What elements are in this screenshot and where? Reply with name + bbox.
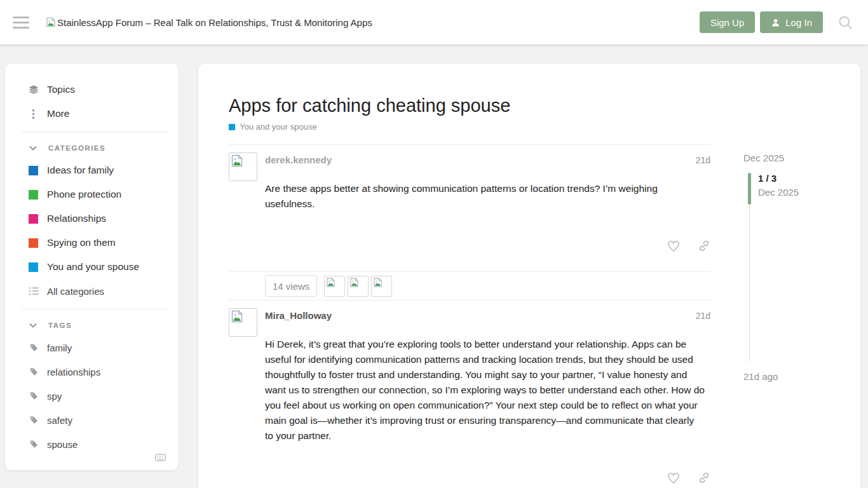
link-icon [698,471,710,484]
sidebar-item-topics[interactable]: Topics [5,78,179,102]
tag-label: spy [47,391,62,402]
sidebar-category-spying-on-them[interactable]: Spying on them [5,231,179,255]
sidebar-category-relationships[interactable]: Relationships [5,207,179,231]
tag-label: relationships [47,367,100,377]
log-in-label: Log In [785,17,812,28]
avatar[interactable] [324,276,345,297]
tag-icon [28,343,39,352]
sidebar-tag-family[interactable]: family [5,336,179,360]
category-color-square [28,166,39,175]
hamburger-menu-button[interactable] [6,8,36,37]
tag-icon [28,440,39,449]
post-body: Are these apps better at showing communi… [265,181,705,212]
tag-icon [28,416,39,424]
category-color-square [28,262,39,272]
category-color-square [28,190,39,200]
timeline-position: 1 / 3 [758,173,799,184]
heart-icon [667,240,680,252]
tags-heading: Tags [48,322,72,329]
timeline-current-date: Dec 2025 [758,187,799,198]
site-logo-link[interactable]: StainlessApp Forum – Real Talk on Relati… [46,17,372,28]
sidebar-tag-spy[interactable]: spy [5,384,179,408]
sidebar-item-more[interactable]: More [5,102,179,126]
post-body: Hi Derek, it’s great that you’re explori… [265,337,705,444]
timeline-start-date[interactable]: Dec 2025 [743,152,839,163]
sidebar-tag-spouse[interactable]: spouse [5,432,179,456]
ellipsis-vertical-icon [28,109,39,119]
layers-icon [28,85,39,95]
link-icon [698,240,710,252]
views-count: 14 views [265,275,317,297]
category-color-square [28,238,39,248]
site-title: StainlessApp Forum – Real Talk on Relati… [57,17,372,28]
post-1: derek.kennedy 21d Are these apps better … [229,145,710,271]
topic-map: 14 views [229,272,710,300]
header-actions: Sign Up Log In [700,11,858,33]
tag-label: family [47,342,72,353]
topic-category: You and your spouse [229,122,860,132]
category-label: You and your spouse [47,261,139,273]
sign-up-button[interactable]: Sign Up [700,11,755,33]
timeline-track-line [749,205,750,362]
category-label: Relationships [47,213,106,224]
keyboard-shortcuts-button[interactable] [155,454,166,461]
tag-icon [28,367,39,376]
keyboard-icon [155,454,166,461]
avatar[interactable] [371,276,392,297]
sidebar-divider [22,132,168,132]
category-label: Ideas for family [47,165,114,176]
log-in-button[interactable]: Log In [760,11,823,33]
post-time: 21d [696,311,710,321]
share-link-button[interactable] [698,240,710,252]
categories-heading: Categories [48,144,105,152]
post-stream: derek.kennedy 21d Are these apps better … [229,144,710,484]
avatar[interactable] [348,276,369,297]
search-icon [837,14,854,31]
post-2: Mira_Holloway 21d Hi Derek, it’s great t… [229,301,710,484]
post-author[interactable]: Mira_Holloway [265,310,332,321]
timeline-scrubber[interactable] [748,173,751,205]
share-link-button[interactable] [698,471,710,484]
categories-section-header[interactable]: Categories [5,138,179,158]
topic-timeline: Dec 2025 1 / 3 Dec 2025 21d ago [743,152,839,382]
post-actions [265,471,710,484]
heart-icon [667,472,680,484]
sidebar-tag-safety[interactable]: safety [5,408,179,432]
topic-title: Apps for catching cheating spouse [229,95,860,116]
chevron-down-icon [29,146,37,151]
like-button[interactable] [667,240,680,252]
sidebar-category-phone-protection[interactable]: Phone protection [5,182,179,207]
post-author[interactable]: derek.kennedy [265,154,332,165]
chevron-down-icon [29,323,37,328]
post-time: 21d [696,155,710,165]
sidebar-divider [22,309,168,309]
topic-category-link[interactable]: You and your spouse [240,122,317,132]
sidebar-category-you-and-your-spouse[interactable]: You and your spouse [5,255,179,279]
search-button[interactable] [837,14,854,31]
tag-icon [28,391,39,400]
category-label: Phone protection [47,189,121,200]
tag-label: spouse [47,439,78,450]
sidebar-item-label: More [47,108,69,119]
tag-label: safety [47,415,72,426]
like-button[interactable] [667,472,680,484]
timeline-last-activity[interactable]: 21d ago [743,371,839,382]
avatar[interactable] [229,152,257,181]
sidebar-category-ideas-for-family[interactable]: Ideas for family [5,158,179,182]
site-header: StainlessApp Forum – Real Talk on Relati… [0,0,868,44]
sidebar-item-all-categories[interactable]: All categories [5,279,179,303]
sign-up-label: Sign Up [710,17,744,28]
category-color-square [28,214,39,224]
all-categories-label: All categories [47,286,104,297]
list-icon [28,287,39,295]
category-color-square [229,124,235,130]
user-icon [771,18,780,27]
post-actions [265,240,710,252]
sidebar-item-label: Topics [47,84,75,95]
avatar[interactable] [229,308,257,337]
broken-image-icon [46,17,56,27]
participant-avatars [324,276,392,297]
category-label: Spying on them [47,237,116,248]
tags-section-header[interactable]: Tags [5,315,179,336]
sidebar-tag-relationships[interactable]: relationships [5,360,179,384]
